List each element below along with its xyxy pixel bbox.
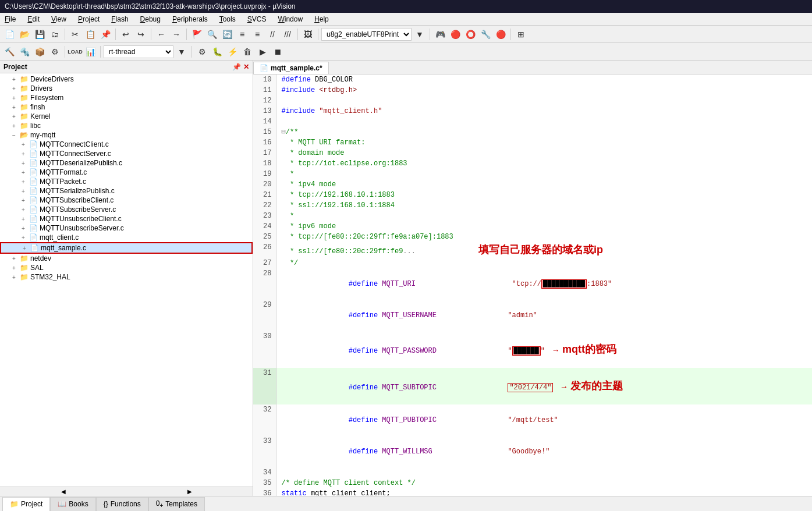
status-tab-templates[interactable]: 0+ Templates bbox=[148, 497, 205, 511]
code-tab-mqttsample[interactable]: 📄 mqtt_sample.c* bbox=[253, 62, 329, 74]
menu-tools[interactable]: Tools bbox=[217, 14, 238, 24]
menu-debug[interactable]: Debug bbox=[138, 14, 163, 24]
tb-save-all[interactable]: 🗂 bbox=[48, 27, 62, 41]
tb2-load[interactable]: LOAD bbox=[68, 45, 82, 59]
tree-item-mqttpacket[interactable]: + 📄 MQTTPacket.c bbox=[0, 177, 253, 186]
menu-window[interactable]: Window bbox=[275, 14, 305, 24]
tree-item-devicedrivers[interactable]: + 📁 DeviceDrivers bbox=[0, 74, 253, 84]
tb-img6[interactable]: 🔴 bbox=[494, 27, 508, 41]
code-content[interactable]: 10 #define DBG_COLOR 11 #include <rtdbg.… bbox=[253, 74, 812, 496]
tree-item-mqttconnectclient[interactable]: + 📄 MQTTConnectClient.c bbox=[0, 140, 253, 149]
function-dropdown[interactable]: u8g2_enableUTF8Print bbox=[321, 28, 412, 41]
functions-tab-icon: {} bbox=[104, 500, 108, 508]
menu-view[interactable]: View bbox=[49, 14, 69, 24]
tb-uncomment[interactable]: /// bbox=[281, 27, 295, 41]
tb2-settings[interactable]: ⚙ bbox=[195, 45, 209, 59]
tree-item-mqttserializepublish[interactable]: + 📄 MQTTSerializePublish.c bbox=[0, 186, 253, 196]
tb2-rebuild[interactable]: 🔩 bbox=[17, 45, 31, 59]
code-tabs: 📄 mqtt_sample.c* bbox=[253, 61, 812, 74]
tb2-pack[interactable]: 📦 bbox=[33, 45, 47, 59]
tree-item-sal[interactable]: + 📁 SAL bbox=[0, 263, 253, 272]
tb2-dropdown2[interactable]: ▼ bbox=[175, 45, 189, 59]
tb-undo[interactable]: ↩ bbox=[119, 27, 133, 41]
tb2-flash[interactable]: ⚡ bbox=[225, 45, 239, 59]
scroll-left[interactable]: ◀ bbox=[0, 487, 126, 496]
project-header: Project 📌 ✕ bbox=[0, 61, 253, 73]
menu-svcs[interactable]: SVCS bbox=[245, 14, 269, 24]
tb2-erase[interactable]: 🗑 bbox=[240, 45, 254, 59]
target-dropdown[interactable]: rt-thread bbox=[104, 45, 173, 58]
code-line-12: 12 bbox=[253, 95, 812, 106]
tree-item-mqttdeserializepublish[interactable]: + 📄 MQTTDeserializePublish.c bbox=[0, 158, 253, 168]
close-icon[interactable]: ✕ bbox=[243, 63, 249, 71]
file-icon: 📄 bbox=[28, 196, 38, 204]
tree-item-mqttconnectserver[interactable]: + 📄 MQTTConnectServer.c bbox=[0, 149, 253, 158]
tree-item-mqttsample[interactable]: + 📄 mqtt_sample.c bbox=[0, 242, 253, 254]
tb-new[interactable]: 📄 bbox=[2, 27, 16, 41]
tb2-run[interactable]: ▶ bbox=[256, 45, 270, 59]
tb-img3[interactable]: 🔴 bbox=[448, 27, 462, 41]
code-line-22: 22 * ssl://192.168.10.1:1884 bbox=[253, 200, 812, 211]
tb-unindent[interactable]: ≡ bbox=[250, 27, 264, 41]
tb-replace[interactable]: 🔄 bbox=[220, 27, 234, 41]
tree-item-kernel[interactable]: + 📁 Kernel bbox=[0, 112, 253, 121]
tree-item-filesystem[interactable]: + 📁 Filesystem bbox=[0, 93, 253, 102]
tb2-config[interactable]: ⚙ bbox=[48, 45, 62, 59]
sep-t2-3 bbox=[192, 46, 192, 58]
tb-img5[interactable]: 🔧 bbox=[478, 27, 492, 41]
folder-icon: 📁 bbox=[19, 103, 29, 111]
tb-copy[interactable]: 📋 bbox=[83, 27, 97, 41]
folder-icon: 📁 bbox=[19, 122, 29, 130]
tb-back[interactable]: ← bbox=[154, 27, 168, 41]
folder-icon: 📁 bbox=[19, 264, 29, 272]
tb-comment[interactable]: // bbox=[265, 27, 279, 41]
tb-redo[interactable]: ↪ bbox=[134, 27, 148, 41]
project-tree[interactable]: + 📁 DeviceDrivers + 📁 Drivers + 📁 Filesy… bbox=[0, 73, 253, 487]
tree-item-mqttformat[interactable]: + 📄 MQTTFormat.c bbox=[0, 168, 253, 177]
tb2-stop[interactable]: ⏹ bbox=[271, 45, 285, 59]
tb-img4[interactable]: ⭕ bbox=[463, 27, 477, 41]
tb-open[interactable]: 📂 bbox=[17, 27, 31, 41]
tb-save[interactable]: 💾 bbox=[33, 27, 47, 41]
folder-icon: 📁 bbox=[19, 254, 29, 262]
tree-item-drivers[interactable]: + 📁 Drivers bbox=[0, 84, 253, 93]
scroll-right[interactable]: ▶ bbox=[126, 487, 253, 496]
menu-help[interactable]: Help bbox=[312, 14, 331, 24]
sep8 bbox=[510, 29, 511, 40]
menu-file[interactable]: File bbox=[2, 14, 18, 24]
tb-cut[interactable]: ✂ bbox=[68, 27, 82, 41]
tree-item-mymqtt[interactable]: − 📂 my-mqtt bbox=[0, 130, 253, 140]
status-tab-books[interactable]: 📖 Books bbox=[50, 497, 95, 511]
tb-indent[interactable]: ≡ bbox=[235, 27, 249, 41]
pin-icon[interactable]: 📌 bbox=[232, 63, 241, 71]
sep2 bbox=[115, 29, 116, 40]
tree-item-stm32hal[interactable]: + 📁 STM32_HAL bbox=[0, 272, 253, 282]
tree-item-mqttsubscribeclient[interactable]: + 📄 MQTTSubscribeClient.c bbox=[0, 196, 253, 205]
tb-bookmark[interactable]: 🚩 bbox=[190, 27, 204, 41]
code-line-14: 14 bbox=[253, 116, 812, 127]
tb-find[interactable]: 🔍 bbox=[205, 27, 219, 41]
menu-project[interactable]: Project bbox=[76, 14, 102, 24]
tb-paste[interactable]: 📌 bbox=[98, 27, 112, 41]
menu-edit[interactable]: Edit bbox=[25, 14, 42, 24]
tb-forward[interactable]: → bbox=[169, 27, 183, 41]
tree-item-mqttunsubscribeclient[interactable]: + 📄 MQTTUnsubscribeClient.c bbox=[0, 214, 253, 223]
status-tab-project[interactable]: 📁 Project bbox=[2, 497, 50, 511]
tree-item-mqttclient[interactable]: + 📄 mqtt_client.c bbox=[0, 233, 253, 242]
tb-img2[interactable]: 🎮 bbox=[433, 27, 447, 41]
tree-item-libc[interactable]: + 📁 libc bbox=[0, 121, 253, 130]
tree-item-mqttunsubscribeserver[interactable]: + 📄 MQTTUnsubscribeServer.c bbox=[0, 223, 253, 233]
status-tab-functions[interactable]: {} Functions bbox=[96, 497, 148, 511]
tb-img1[interactable]: 🖼 bbox=[301, 27, 315, 41]
tb2-debug[interactable]: 🐛 bbox=[210, 45, 224, 59]
tb2-build[interactable]: 🔨 bbox=[2, 45, 16, 59]
tb2-manage[interactable]: 📊 bbox=[83, 45, 97, 59]
tb-dropdown-btn[interactable]: ▼ bbox=[413, 27, 427, 41]
code-line-35: 35 /* define MQTT client context */ bbox=[253, 478, 812, 488]
tb-grid[interactable]: ⊞ bbox=[514, 27, 528, 41]
tree-item-mqttsubscribeserver[interactable]: + 📄 MQTTSubscribeServer.c bbox=[0, 205, 253, 214]
menu-flash[interactable]: Flash bbox=[109, 14, 130, 24]
tree-item-finsh[interactable]: + 📁 finsh bbox=[0, 102, 253, 112]
tree-item-netdev[interactable]: + 📁 netdev bbox=[0, 254, 253, 263]
menu-peripherals[interactable]: Peripherals bbox=[170, 14, 210, 24]
